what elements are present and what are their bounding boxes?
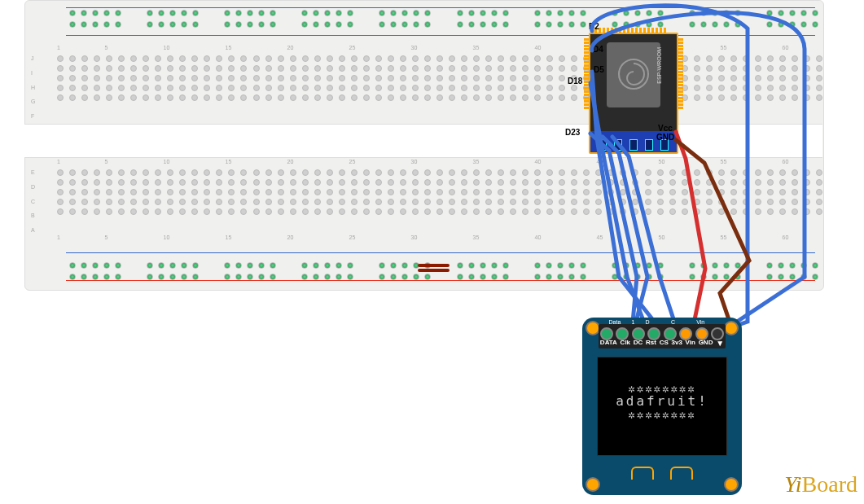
oled-board: ✦ Data1 DC Vin DATAClk DCRst CS3v3 VinGN…: [582, 318, 742, 495]
pin-d2: D2: [589, 22, 599, 31]
oled-top-labels: Data1 DC Vin: [603, 319, 721, 325]
rail-bottom: for(let g=0;g<10;g++){document.write('<d…: [69, 262, 818, 280]
esp32-label: ESP-WROOM: [656, 47, 662, 84]
mount-hole: [586, 477, 600, 492]
col-numbers-top: for(let c=1;c<=63;c++)document.write('<s…: [57, 45, 822, 50]
row-letters-top: JIHGF: [31, 55, 35, 119]
esp32-shield: ESP-WROOM: [607, 42, 660, 107]
oled-flex: [631, 467, 693, 483]
pin-d5: D5: [594, 65, 604, 74]
field-top: for(let c=0;c<63;c++){document.write('<d…: [57, 55, 822, 101]
oled-screen: ✲✲✲✲✲✲✲✲ adafruit! ✲✲✲✲✲✲✲✲: [597, 357, 727, 456]
star-row-icon: ✲✲✲✲✲✲✲✲: [598, 408, 726, 421]
rail-top: for(let g=0;g<10;g++){document.write('<d…: [69, 10, 818, 28]
mount-hole: [724, 477, 739, 492]
pin-gnd: GND: [656, 133, 674, 142]
watermark: YiBoard: [784, 471, 857, 497]
mount-hole: [724, 321, 739, 335]
breadboard-channel: [24, 124, 822, 158]
pin-d4: D4: [593, 45, 603, 54]
pin-vcc: Vcc: [658, 124, 673, 133]
oled-text: adafruit!: [598, 395, 726, 408]
pin-d23: D23: [565, 128, 580, 137]
col-numbers-mid: for(let c=1;c<=63;c++)document.write('<s…: [57, 159, 822, 164]
row-letters-bot: EDCBA: [31, 169, 35, 233]
field-bottom: for(let c=0;c<63;c++){document.write('<d…: [57, 169, 822, 215]
oled-pin-labels: DATAClk DCRst CS3v3 VinGND ▼: [599, 339, 726, 348]
pin-d18: D18: [568, 77, 582, 85]
col-numbers-bot: for(let c=1;c<=63;c++)document.write('<s…: [57, 234, 822, 240]
